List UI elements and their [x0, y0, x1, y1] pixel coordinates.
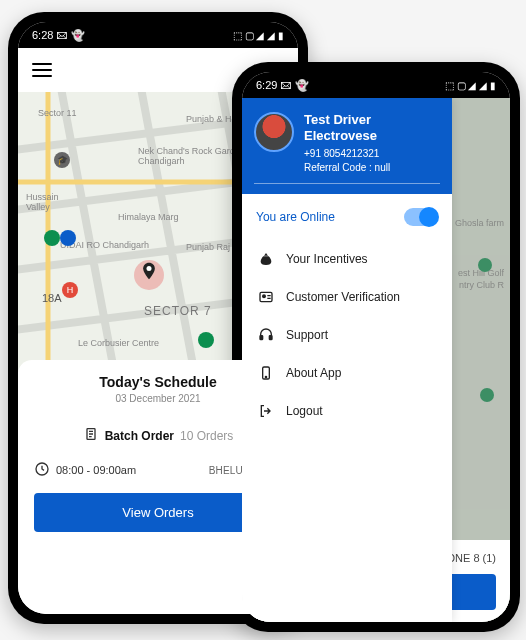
map-pin-icon: 🎓 [54, 152, 70, 168]
user-phone: +91 8054212321 [304, 148, 440, 159]
clock-icon [34, 461, 50, 479]
drawer-screen-body: Ghosla farm est Hill Golf ntry Club R ZO… [242, 98, 510, 622]
svg-rect-7 [269, 335, 272, 339]
menu-item-label: Customer Verification [286, 290, 400, 304]
menu-item-verification[interactable]: Customer Verification [242, 278, 452, 316]
user-name: Test Driver Electrovese [304, 112, 440, 145]
menu-item-label: About App [286, 366, 341, 380]
map-label: Hussain Valley [26, 192, 76, 212]
map-label: 18A [42, 292, 62, 304]
status-time: 6:28 🖂 👻 [32, 29, 85, 42]
map-pin-icon [60, 230, 76, 246]
status-left-icons: 🖂 👻 [280, 79, 308, 91]
online-status-label: You are Online [256, 210, 335, 224]
drawer-header: Test Driver Electrovese +91 8054212321 R… [242, 98, 452, 194]
phone-right: 6:29 🖂 👻 ⬚ ▢ ◢ ◢ ▮ Ghosla farm est Hill … [232, 62, 520, 632]
status-bar: 6:29 🖂 👻 ⬚ ▢ ◢ ◢ ▮ [242, 72, 510, 98]
menu-item-incentives[interactable]: Your Incentives [242, 240, 452, 278]
moneybag-icon [258, 251, 274, 267]
time-range: 08:00 - 09:00am [56, 464, 136, 476]
menu-item-about[interactable]: About App [242, 354, 452, 392]
drawer-menu: Your Incentives Customer Verification Su… [242, 236, 452, 434]
online-status-row: You are Online [242, 194, 452, 236]
menu-item-label: Logout [286, 404, 323, 418]
avatar[interactable] [254, 112, 294, 152]
navigation-drawer: Test Driver Electrovese +91 8054212321 R… [242, 98, 452, 622]
svg-rect-6 [260, 335, 263, 339]
phone-icon [258, 365, 274, 381]
status-time: 6:29 🖂 👻 [256, 79, 309, 92]
menu-item-label: Your Incentives [286, 252, 368, 266]
referral-code: Referral Code : null [304, 162, 440, 173]
menu-item-label: Support [286, 328, 328, 342]
menu-icon[interactable] [32, 63, 52, 77]
batch-order-count: 10 Orders [180, 429, 233, 443]
svg-point-9 [265, 376, 266, 377]
status-right-icons: ⬚ ▢ ◢ ◢ ▮ [445, 80, 496, 91]
menu-item-support[interactable]: Support [242, 316, 452, 354]
svg-point-1 [147, 266, 152, 271]
map-pin-icon: H [62, 282, 78, 298]
status-right-icons: ⬚ ▢ ◢ ◢ ▮ [233, 30, 284, 41]
status-left-icons: 🖂 👻 [56, 29, 84, 41]
map-label: Le Corbusier Centre [78, 338, 159, 348]
location-pin-icon [134, 260, 164, 290]
map-label: Sector 11 [38, 108, 77, 118]
svg-rect-4 [260, 292, 272, 301]
status-bar: 6:28 🖂 👻 ⬚ ▢ ◢ ◢ ▮ [18, 22, 298, 48]
map-label: SECTOR 7 [144, 304, 212, 318]
map-pin-icon [198, 332, 214, 348]
menu-item-logout[interactable]: Logout [242, 392, 452, 430]
clipboard-icon [83, 426, 99, 445]
map-pin-icon [44, 230, 60, 246]
screen-right: 6:29 🖂 👻 ⬚ ▢ ◢ ◢ ▮ Ghosla farm est Hill … [242, 72, 510, 622]
idcard-icon [258, 289, 274, 305]
divider [254, 183, 440, 184]
logout-icon [258, 403, 274, 419]
headset-icon [258, 327, 274, 343]
svg-point-5 [263, 295, 266, 298]
map-label: Himalaya Marg [118, 212, 179, 222]
online-toggle[interactable] [404, 208, 438, 226]
batch-order-label: Batch Order [105, 429, 174, 443]
